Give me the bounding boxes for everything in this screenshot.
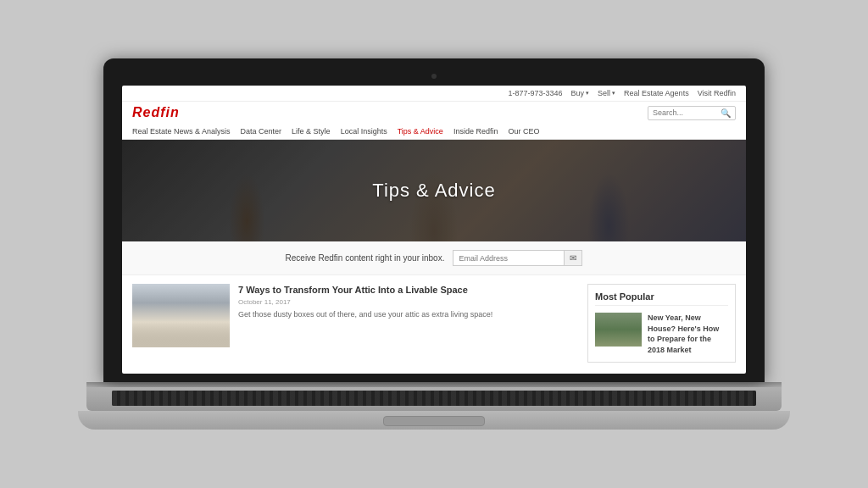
subscribe-text: Receive Redfin content right in your inb… <box>286 253 445 263</box>
popular-title: Most Popular <box>595 291 728 306</box>
laptop-base <box>86 387 782 411</box>
hero-title: Tips & Advice <box>372 180 495 202</box>
search-input[interactable] <box>653 108 721 117</box>
popular-item-text: New Year, New House? Here's How to Prepa… <box>648 313 728 355</box>
chevron-down-icon: ▾ <box>612 90 615 97</box>
subscribe-bar: Receive Redfin content right in your inb… <box>122 241 746 275</box>
phone-number: 1-877-973-3346 <box>508 89 562 97</box>
article-date: October 11, 2017 <box>238 298 492 306</box>
keyboard-keys <box>112 391 756 406</box>
popular-image-inner <box>595 313 642 347</box>
article-image <box>132 284 230 347</box>
article-description: Get those dusty boxes out of there, and … <box>238 309 492 320</box>
camera <box>431 74 437 79</box>
sell-link[interactable]: Sell ▾ <box>598 89 615 97</box>
article-card: 7 Ways to Transform Your Attic Into a Li… <box>132 284 577 347</box>
nav-item-inside-redfin[interactable]: Inside Redfin <box>453 127 498 136</box>
nav-item-real-estate[interactable]: Real Estate News & Analysis <box>132 127 231 136</box>
nav-item-ceo[interactable]: Our CEO <box>508 127 539 136</box>
hero-banner: Tips & Advice <box>122 140 746 241</box>
popular-image <box>595 313 642 347</box>
content-area: 7 Ways to Transform Your Attic Into a Li… <box>122 275 746 371</box>
article-title[interactable]: 7 Ways to Transform Your Attic Into a Li… <box>238 284 492 296</box>
popular-item[interactable]: New Year, New House? Here's How to Prepa… <box>595 313 728 355</box>
buy-link[interactable]: Buy ▾ <box>571 89 590 97</box>
screen: 1-877-973-3346 Buy ▾ Sell ▾ Real Estate … <box>122 86 746 374</box>
search-box[interactable]: 🔍 <box>648 106 736 120</box>
laptop-base-bottom <box>78 411 790 430</box>
email-input[interactable] <box>453 252 564 265</box>
logo-bar: Redfin 🔍 <box>122 102 746 124</box>
article-image-inner <box>132 284 230 347</box>
nav-item-local-insights[interactable]: Local Insights <box>341 127 387 136</box>
article-text: 7 Ways to Transform Your Attic Into a Li… <box>238 284 492 320</box>
nav-item-life-style[interactable]: Life & Style <box>292 127 331 136</box>
screen-bezel: 1-877-973-3346 Buy ▾ Sell ▾ Real Estate … <box>103 58 765 382</box>
email-input-wrap[interactable]: ✉ <box>453 250 582 266</box>
keyboard <box>112 391 756 406</box>
agents-link[interactable]: Real Estate Agents <box>624 89 689 97</box>
nav-item-tips-advice[interactable]: Tips & Advice <box>398 127 443 136</box>
visit-link[interactable]: Visit Redfin <box>698 89 736 97</box>
main-nav: Real Estate News & Analysis Data Center … <box>122 124 746 140</box>
chevron-down-icon: ▾ <box>586 90 589 97</box>
website: 1-877-973-3346 Buy ▾ Sell ▾ Real Estate … <box>122 86 746 374</box>
popular-section: Most Popular New Year, New House? Here's… <box>587 284 736 363</box>
laptop: 1-877-973-3346 Buy ▾ Sell ▾ Real Estate … <box>103 58 765 430</box>
trackpad[interactable] <box>383 416 485 426</box>
search-icon: 🔍 <box>721 108 731 118</box>
email-submit-button[interactable]: ✉ <box>564 251 581 265</box>
top-bar: 1-877-973-3346 Buy ▾ Sell ▾ Real Estate … <box>122 86 746 102</box>
popular-box: Most Popular New Year, New House? Here's… <box>587 284 736 363</box>
redfin-logo[interactable]: Redfin <box>132 105 180 120</box>
article-section: 7 Ways to Transform Your Attic Into a Li… <box>132 284 577 363</box>
nav-item-data-center[interactable]: Data Center <box>241 127 282 136</box>
